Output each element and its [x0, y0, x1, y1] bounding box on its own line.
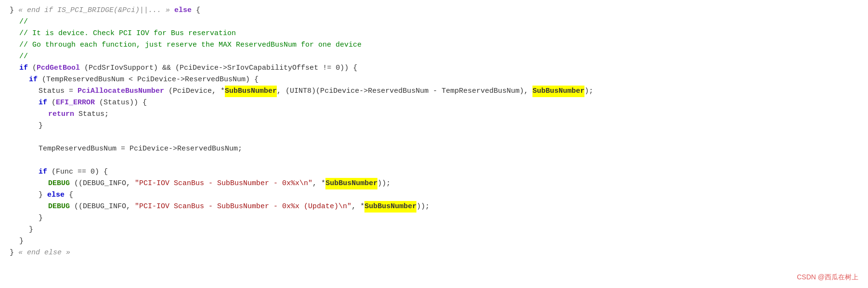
- code-line: //: [10, 16, 858, 28]
- code-line: [10, 132, 858, 143]
- code-line: DEBUG ((DEBUG_INFO, "PCI-IOV ScanBus - S…: [10, 178, 858, 189]
- code-line: if (EFI_ERROR (Status)) {: [10, 97, 858, 109]
- code-line: } « end else »: [10, 247, 858, 259]
- code-line: }: [10, 120, 858, 132]
- code-line: //: [10, 51, 858, 63]
- code-line: }: [10, 213, 858, 224]
- code-line: }: [10, 236, 858, 247]
- code-line: // It is device. Check PCI IOV for Bus r…: [10, 28, 858, 39]
- code-lines: } « end if IS_PCI_BRIDGE(&Pci)||... » el…: [10, 5, 858, 259]
- code-line: } « end if IS_PCI_BRIDGE(&Pci)||... » el…: [10, 5, 858, 16]
- code-line: Status = PciAllocateBusNumber (PciDevice…: [10, 86, 858, 97]
- code-line: } else {: [10, 189, 858, 201]
- code-line: if (TempReservedBusNum < PciDevice->Rese…: [10, 74, 858, 86]
- code-line: return Status;: [10, 109, 858, 120]
- footer-attribution: CSDN @西瓜在树上: [797, 272, 858, 282]
- code-line: DEBUG ((DEBUG_INFO, "PCI-IOV ScanBus - S…: [10, 201, 858, 213]
- code-line: if (PcdGetBool (PcdSrIovSupport) && (Pci…: [10, 63, 858, 74]
- code-line: TempReservedBusNum = PciDevice->Reserved…: [10, 143, 858, 155]
- code-line: [10, 155, 858, 166]
- code-line: }: [10, 224, 858, 236]
- code-container: } « end if IS_PCI_BRIDGE(&Pci)||... » el…: [0, 0, 868, 288]
- code-line: if (Func == 0) {: [10, 166, 858, 178]
- code-line: // Go through each function, just reserv…: [10, 39, 858, 51]
